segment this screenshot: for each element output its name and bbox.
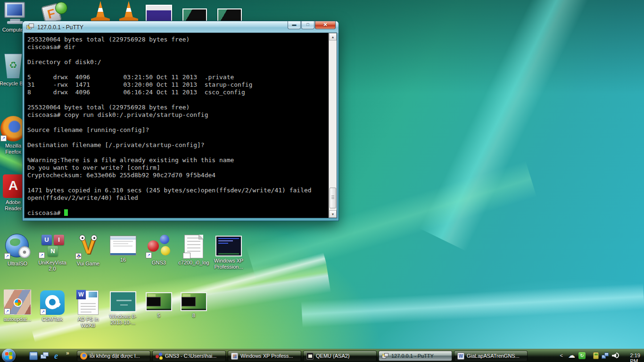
shortcut-arrow-icon: ↗ xyxy=(4,253,10,259)
desktop-icon-winxp-screenshot[interactable]: Windows XP Profession... xyxy=(211,236,246,270)
maximize-button[interactable]: □ xyxy=(301,21,314,29)
desktop-icon-5[interactable]: 5 xyxy=(141,292,176,319)
desktop-icon-csmtalk[interactable]: ↗ CSMTalk xyxy=(35,290,70,322)
desktop-icon-screenshot-3[interactable] xyxy=(212,8,247,23)
desktop-icon-label: GNS3 xyxy=(141,260,176,266)
desktop-icon-autoupdate[interactable]: ↗ autoupdat... xyxy=(0,289,35,322)
shortcut-arrow-icon: ↗ xyxy=(39,252,45,258)
terminal-line: open(ffsdev/2/write/40) failed xyxy=(27,194,329,202)
display-adapter-icon[interactable] xyxy=(593,352,599,359)
terminal-line xyxy=(27,179,329,187)
taskbar-button-gns3[interactable]: GNS3 - C:\Users\hai... xyxy=(152,351,226,361)
internet-explorer-icon[interactable]: e xyxy=(52,352,60,360)
desktop-icon-screenshot-1[interactable] xyxy=(141,5,176,23)
word-document-icon: W xyxy=(78,290,99,315)
gns3-icon: ↗ xyxy=(146,234,172,258)
terminal-line: ciscoasa# dir xyxy=(27,43,329,51)
shortcut-arrow-icon: ↗ xyxy=(146,252,152,258)
network-icon[interactable] xyxy=(602,352,609,359)
desktop-icon-vui-game[interactable]: V ↗ Vui Game xyxy=(71,234,106,267)
scrollbar-thumb[interactable] xyxy=(330,188,336,208)
minimize-button[interactable]: ▬ xyxy=(288,21,301,29)
shortcut-arrow-icon: ↗ xyxy=(4,308,10,314)
terminal-line: 5 drwx 4096 03:21:50 Oct 11 2013 .privat… xyxy=(27,74,329,81)
window-titlebar[interactable]: ϟ 127.0.0.1 - PuTTY ▬ □ ✕ xyxy=(23,21,339,33)
desktop-icon-screenshot-2[interactable] xyxy=(177,8,212,23)
taskbar-button-firefox[interactable]: lỗi không đặt được I... xyxy=(77,351,150,361)
desktop-icon-label: 5 xyxy=(141,313,176,319)
terminal-line: %Warning:There is a file already existin… xyxy=(27,156,329,164)
desktop-icon-8[interactable]: 8 xyxy=(176,292,211,319)
terminal-line xyxy=(27,51,329,58)
desktop-icon-c7200-log[interactable]: c7200_i0_log xyxy=(176,235,211,266)
putty-app-icon: ϟ xyxy=(26,24,34,31)
terminal-output[interactable]: 255320064 bytes total (229756928 bytes f… xyxy=(25,33,329,218)
desktop-icon-label: autoupdat... xyxy=(0,316,35,322)
windows-flag-icon xyxy=(5,352,13,360)
qemu-icon xyxy=(306,353,314,360)
tray-expand-chevron-icon[interactable]: < xyxy=(560,353,563,358)
desktop-icon-label: Windows 8-2013-10-... xyxy=(106,313,140,326)
taskbar-button-winxp-vm[interactable]: Windows XP Profess... xyxy=(228,351,301,361)
terminal-line xyxy=(27,202,329,209)
desktop-icon-adfs-doc[interactable]: W AD FS in W2K8 xyxy=(71,290,106,329)
desktop-icon-ultraiso[interactable]: ↗ UltraISO xyxy=(0,234,35,267)
taskbar: e » lỗi không đặt được I... GNS3 - C:\Us… xyxy=(0,349,644,362)
vui-game-icon: V ↗ xyxy=(75,234,101,259)
desktop-icon-label: Vui Game xyxy=(71,261,106,267)
sync-icon[interactable]: ↻ xyxy=(578,352,586,359)
desktop-icon-label: AD FS in W2K8 xyxy=(71,316,106,329)
desktop-icon-unikeyvista[interactable]: U I N ↗ UniKeyVista 2.0 xyxy=(35,234,70,272)
picture-icon: ↗ xyxy=(4,289,31,315)
terminal-area[interactable]: 255320064 bytes total (229756928 bytes f… xyxy=(25,33,337,218)
terminal-prompt: ciscoasa# xyxy=(27,209,64,216)
putty-icon: ϟ xyxy=(382,353,389,360)
taskbar-clock[interactable]: 2:19 PM xyxy=(630,353,640,362)
screenshot-thumbnail-icon xyxy=(217,8,242,23)
switch-windows-button[interactable] xyxy=(41,352,49,360)
word-icon: W xyxy=(457,353,464,360)
desktop-icon-label: Windows XP Profession... xyxy=(211,258,246,270)
shortcut-arrow-icon: ↗ xyxy=(75,253,82,259)
screenshot-thumbnail-icon xyxy=(146,292,172,311)
desktop-icon-label: c7200_i0_log xyxy=(176,260,211,266)
desktop-icon-16[interactable]: 16 xyxy=(106,236,140,263)
desktop-icon-gns3[interactable]: ↗ GNS3 xyxy=(141,234,176,266)
scroll-up-icon[interactable]: ▲ xyxy=(329,33,337,41)
terminal-scrollbar[interactable]: ▲ ▼ xyxy=(329,33,337,218)
screenshot-thumbnail-icon xyxy=(146,5,172,23)
gns3-icon xyxy=(156,353,163,360)
terminal-line: Source filename [running-config]? xyxy=(27,126,329,134)
desktop-icon-label: CSMTalk xyxy=(35,316,70,322)
terminal-prompt-line: ciscoasa# xyxy=(27,209,329,217)
terminal-line xyxy=(27,149,329,156)
desktop-icon-win8-screenshot[interactable]: Windows 8-2013-10-... xyxy=(106,291,140,326)
scroll-down-icon[interactable]: ▼ xyxy=(329,210,337,218)
cloud-icon[interactable]: ☁ xyxy=(568,351,575,360)
terminal-line xyxy=(27,134,329,141)
wallpaper-streak xyxy=(301,283,644,328)
screenshot-thumbnail-icon xyxy=(182,8,207,23)
screenshot-thumbnail-icon xyxy=(215,236,242,256)
terminal-line: 255320064 bytes total (229756928 bytes f… xyxy=(27,104,329,111)
taskbar-button-putty[interactable]: ϟ 127.0.0.1 - PuTTY xyxy=(379,351,452,361)
taskbar-button-word-doc[interactable]: W GiaLapASATrenGNS... xyxy=(454,351,528,361)
terminal-line: ciscoasa# copy run disk0:/.private/start… xyxy=(27,111,329,119)
volume-icon[interactable] xyxy=(612,352,619,359)
start-button[interactable] xyxy=(2,349,16,362)
close-button[interactable]: ✕ xyxy=(315,21,336,29)
putty-window: ϟ 127.0.0.1 - PuTTY ▬ □ ✕ 255320064 byte… xyxy=(23,21,339,221)
desktop-icon-label: UltraISO xyxy=(0,261,35,267)
wallpaper-streak xyxy=(420,0,594,251)
screenshot-thumbnail-icon xyxy=(110,291,136,312)
firefox-icon xyxy=(80,353,87,360)
show-desktop-button[interactable] xyxy=(29,352,38,360)
terminal-line xyxy=(27,119,329,126)
shortcut-arrow-icon: ↗ xyxy=(0,135,7,141)
quick-launch-chevron-icon[interactable]: » xyxy=(66,350,69,356)
terminal-cursor xyxy=(64,209,68,216)
adobe-reader-icon: A xyxy=(3,174,24,198)
terminal-line: 255320064 bytes total (229756928 bytes f… xyxy=(27,36,329,43)
taskbar-button-qemu[interactable]: QEMU (ASA2) xyxy=(303,351,377,361)
shortcut-arrow-icon: ↗ xyxy=(40,309,46,315)
